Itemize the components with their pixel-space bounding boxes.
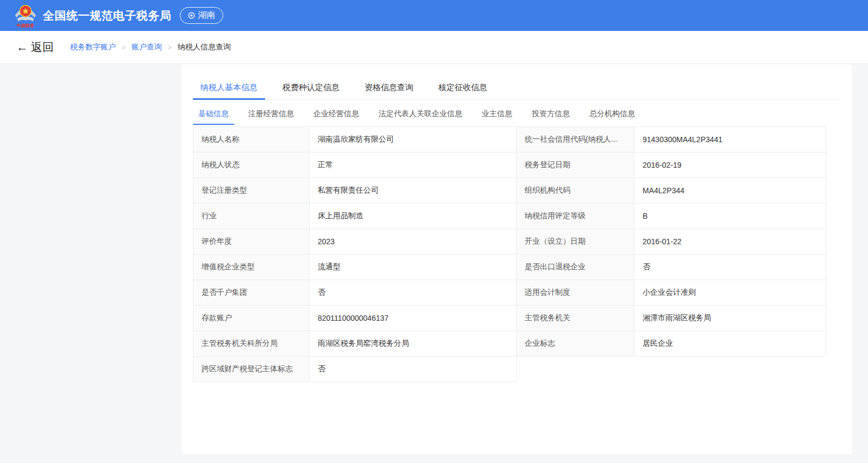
field-label: 是否出口退税企业 (517, 255, 634, 280)
field-value: 2016-01-22 (634, 229, 826, 255)
back-button-label: 返回 (31, 40, 54, 55)
back-arrow-icon (16, 41, 28, 54)
breadcrumb-link-account-query[interactable]: 账户查询 (131, 42, 162, 52)
field-label: 登记注册类型 (193, 178, 310, 204)
field-value: 居民企业 (634, 331, 826, 357)
region-badge-label: 湖南 (198, 10, 216, 21)
field-label: 评价年度 (193, 229, 310, 255)
field-value: 床上用品制造 (310, 204, 517, 229)
app-title: 全国统一规范电子税务局 (43, 8, 172, 23)
breadcrumb-current-page: 纳税人信息查询 (178, 42, 231, 52)
field-value: 2016-02-19 (634, 153, 826, 178)
breadcrumb: 税务数字账户 账户查询 纳税人信息查询 (70, 42, 231, 52)
location-pin-icon (187, 11, 196, 20)
subtab-registration-business[interactable]: 注册经营信息 (243, 103, 299, 125)
field-label: 税务登记日期 (517, 153, 634, 178)
main-tabs: 纳税人基本信息 税费种认定信息 资格信息查询 核定征收信息 (193, 76, 841, 100)
breadcrumb-separator-icon (168, 43, 172, 52)
tab-assessed-collection[interactable]: 核定征收信息 (431, 76, 495, 99)
field-value: 湖南温欣家纺有限公司 (310, 127, 517, 153)
field-value: 私营有限责任公司 (310, 178, 517, 204)
field-label: 增值税企业类型 (193, 255, 310, 280)
field-label: 纳税人状态 (193, 153, 310, 178)
tab-taxpayer-basic-info[interactable]: 纳税人基本信息 (193, 76, 265, 99)
field-label: 企业标志 (517, 331, 634, 357)
subtab-investor-info[interactable]: 投资方信息 (526, 103, 575, 125)
breadcrumb-separator-icon (122, 43, 125, 52)
breadcrumb-bar: 返回 税务数字账户 账户查询 纳税人信息查询 (0, 31, 868, 64)
taxpayer-info-table: 纳税人名称 湖南温欣家纺有限公司 统一社会信用代码(纳税人... 9143030… (193, 126, 826, 382)
tax-emblem-icon: 中国税务 (14, 3, 37, 29)
sub-tabs: 基础信息 注册经营信息 企业经营信息 法定代表人关联企业信息 业主信息 投资方信… (193, 103, 852, 125)
field-label: 跨区域财产税登记主体标志 (193, 357, 310, 382)
field-value: 小企业会计准则 (634, 280, 826, 306)
empty-cell (634, 357, 826, 382)
field-label: 存款账户 (193, 306, 310, 331)
subtab-basic-info[interactable]: 基础信息 (193, 103, 234, 125)
field-value: 流通型 (310, 255, 517, 280)
app-header: 中国税务 全国统一规范电子税务局 湖南 (0, 0, 868, 31)
field-value: 湘潭市雨湖区税务局 (634, 306, 826, 331)
back-button[interactable]: 返回 (16, 40, 54, 55)
breadcrumb-link-digital-account[interactable]: 税务数字账户 (70, 42, 116, 52)
field-label: 开业（设立）日期 (517, 229, 634, 255)
field-label: 统一社会信用代码(纳税人... (517, 127, 634, 153)
field-value: 雨湖区税务局窑湾税务分局 (310, 331, 517, 357)
field-value: 91430300MA4L2P3441 (634, 127, 826, 153)
field-label: 适用会计制度 (517, 280, 634, 306)
content-panel: 纳税人基本信息 税费种认定信息 资格信息查询 核定征收信息 基础信息 注册经营信… (182, 64, 852, 454)
field-label: 纳税人名称 (193, 127, 310, 153)
field-value: 否 (310, 357, 517, 382)
field-label: 行业 (193, 204, 310, 229)
field-value: B (634, 204, 826, 229)
tab-qualification-info[interactable]: 资格信息查询 (357, 76, 421, 99)
field-value: MA4L2P344 (634, 178, 826, 204)
subtab-owner-info[interactable]: 业主信息 (476, 103, 518, 125)
region-badge[interactable]: 湖南 (180, 7, 223, 24)
empty-cell (517, 357, 634, 382)
field-label: 是否千户集团 (193, 280, 310, 306)
field-value: 正常 (310, 153, 517, 178)
subtab-enterprise-business[interactable]: 企业经营信息 (308, 103, 364, 125)
field-label: 纳税信用评定等级 (517, 204, 634, 229)
field-value: 否 (310, 280, 517, 306)
field-value: 否 (634, 255, 826, 280)
field-label: 组织机构代码 (517, 178, 634, 204)
tab-tax-fee-determination[interactable]: 税费种认定信息 (275, 76, 347, 99)
field-value: 82011100000046137 (310, 306, 517, 331)
subtab-legal-rep-related[interactable]: 法定代表人关联企业信息 (373, 103, 468, 125)
field-label: 主管税务机关科所分局 (193, 331, 310, 357)
field-value: 2023 (310, 229, 517, 255)
svg-text:中国税务: 中国税务 (17, 23, 35, 28)
subtab-head-branch-info[interactable]: 总分机构信息 (584, 103, 640, 125)
field-label: 主管税务机关 (517, 306, 634, 331)
